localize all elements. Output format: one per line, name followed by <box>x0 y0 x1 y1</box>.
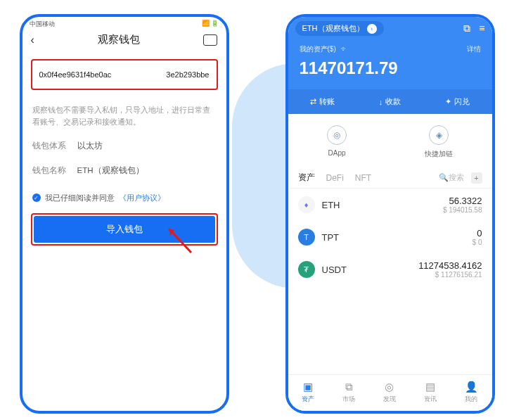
tpt-icon: T <box>298 229 315 246</box>
nav-me[interactable]: 👤我的 <box>465 381 478 404</box>
address-suffix: 3e2b293bbe <box>166 70 209 79</box>
token-row-usdt[interactable]: ₮ USDT 11274538.4162 $ 11276156.21 <box>288 253 492 286</box>
status-bar: 中国移动 📶 🔋 <box>23 17 226 29</box>
quick-row: ◎ DApp ◈ 快捷加链 <box>288 114 492 167</box>
nav-market[interactable]: ⧉市场 <box>342 381 355 404</box>
swap-button[interactable]: ✦ 闪兑 <box>445 96 470 107</box>
menu-icon[interactable]: ≡ <box>479 23 484 34</box>
scan-icon[interactable] <box>203 34 217 46</box>
usdt-icon: ₮ <box>298 261 315 278</box>
chain-row: 钱包体系 以太坊 <box>23 134 226 158</box>
top-bar: ETH（观察钱包） › ⧉ ≡ <box>288 17 492 36</box>
checkbox-checked-icon[interactable]: ✓ <box>32 193 41 202</box>
balance-amount: 11470171.79 <box>300 54 481 89</box>
detail-link[interactable]: 详情 <box>467 44 481 54</box>
agree-text: 我已仔细阅读并同意 <box>45 193 115 203</box>
token-row-tpt[interactable]: T TPT 0 $ 0 <box>288 221 492 253</box>
receive-button[interactable]: ↓ 收款 <box>379 96 401 107</box>
wallet-name-row: 钱包名称 ETH（观察钱包） <box>23 158 226 183</box>
tab-nft[interactable]: NFT <box>355 173 371 183</box>
user-icon: 👤 <box>465 381 478 393</box>
token-row-eth[interactable]: ♦ ETH 56.3322 $ 194015.58 <box>288 189 492 221</box>
wallet-icon: ▣ <box>303 381 313 393</box>
carrier: 中国移动 <box>30 20 55 29</box>
import-wallet-button[interactable]: 导入钱包 <box>34 216 215 243</box>
chain-value: 以太坊 <box>77 141 103 151</box>
token-name: TPT <box>322 232 340 243</box>
user-agreement-link[interactable]: 《用户协议》 <box>119 193 165 203</box>
tab-assets[interactable]: 资产 <box>298 172 315 184</box>
dapp-button[interactable]: ◎ DApp <box>327 125 347 159</box>
status-icons: 📶 🔋 <box>202 20 219 29</box>
nav-discover[interactable]: ◎发现 <box>383 381 396 404</box>
market-icon: ⧉ <box>345 381 353 393</box>
action-bar: ⇄ 转账 ↓ 收款 ✦ 闪兑 <box>288 89 492 114</box>
name-label: 钱包名称 <box>32 165 66 176</box>
transfer-button[interactable]: ⇄ 转账 <box>310 96 335 107</box>
bottom-nav: ▣资产 ⧉市场 ◎发现 ▤资讯 👤我的 <box>288 374 492 411</box>
wallet-selector[interactable]: ETH（观察钱包） › <box>295 21 384 36</box>
name-value: ETH（观察钱包） <box>77 165 144 176</box>
token-amount: 11274538.4162 <box>418 260 482 271</box>
agreement-row[interactable]: ✓ 我已仔细阅读并同意 《用户协议》 <box>23 183 226 210</box>
token-fiat: $ 194015.58 <box>443 206 482 214</box>
top-icons: ⧉ ≡ <box>463 23 484 34</box>
assets-label: 我的资产($) ᯤ <box>300 44 348 54</box>
add-token-button[interactable]: + <box>471 172 482 184</box>
token-fiat: $ 0 <box>473 238 482 246</box>
back-icon[interactable]: ‹ <box>31 34 34 46</box>
eye-icon[interactable]: ᯤ <box>341 45 348 53</box>
token-name: USDT <box>322 265 347 275</box>
add-chain-button[interactable]: ◈ 快捷加链 <box>425 125 453 159</box>
chevron-right-icon: › <box>367 24 377 34</box>
balance-card: 我的资产($) ᯤ 详情 11470171.79 <box>288 36 492 89</box>
header: ‹ 观察钱包 <box>23 29 226 55</box>
asset-tabs: 资产 DeFi NFT 🔍搜索 + <box>288 167 492 189</box>
search-icon[interactable]: 🔍搜索 <box>439 172 464 183</box>
nav-assets[interactable]: ▣资产 <box>302 381 314 404</box>
address-prefix: 0x0f4ee9631f4be0ac <box>39 70 112 79</box>
eth-icon: ♦ <box>298 196 315 213</box>
phone-right: ETH（观察钱包） › ⧉ ≡ 我的资产($) ᯤ 详情 11470171.79… <box>285 14 495 414</box>
token-fiat: $ 11276156.21 <box>418 271 482 279</box>
news-icon: ▤ <box>425 381 435 393</box>
chain-icon: ◈ <box>429 125 449 145</box>
chain-label: 钱包体系 <box>32 141 66 151</box>
scan-icon[interactable]: ⧉ <box>463 23 470 34</box>
tab-defi[interactable]: DeFi <box>326 173 344 183</box>
address-input[interactable]: 0x0f4ee9631f4be0ac 3e2b293bbe <box>31 59 218 90</box>
hint-text: 观察钱包不需要导入私钥，只导入地址，进行日常查看账号、交易记录和接收通知。 <box>23 94 226 134</box>
token-amount: 0 <box>473 228 482 238</box>
nav-news[interactable]: ▤资讯 <box>424 381 437 404</box>
discover-icon: ◎ <box>385 381 394 393</box>
wallet-pill-label: ETH（观察钱包） <box>302 23 364 34</box>
page-title: 观察钱包 <box>98 33 140 46</box>
phone-left: 中国移动 📶 🔋 ‹ 观察钱包 0x0f4ee9631f4be0ac 3e2b2… <box>20 14 229 414</box>
compass-icon: ◎ <box>327 125 347 145</box>
token-name: ETH <box>322 200 340 210</box>
token-amount: 56.3322 <box>443 196 482 206</box>
import-highlight: 导入钱包 <box>31 213 218 246</box>
